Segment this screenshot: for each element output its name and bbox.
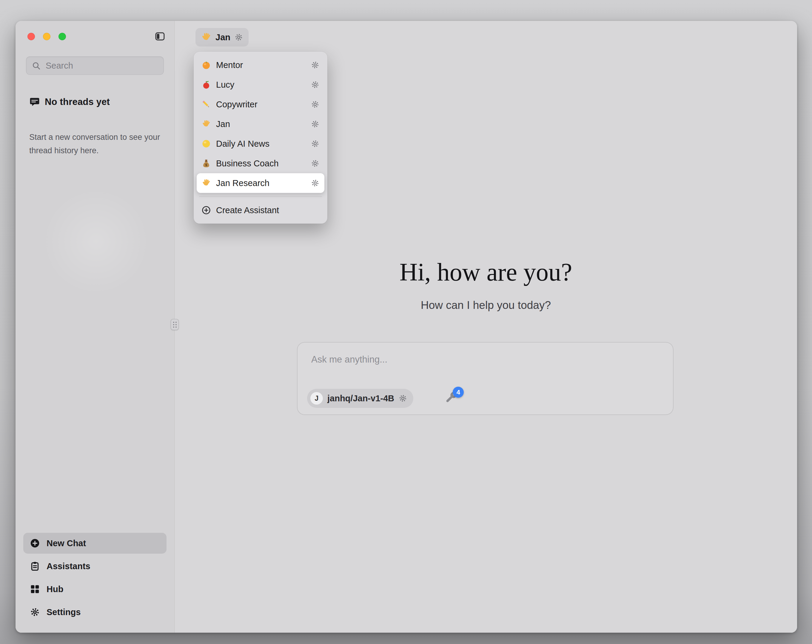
red-apple-icon [201, 80, 211, 90]
menu-item-jan[interactable]: Jan [197, 114, 324, 134]
plus-circle-outline-icon [201, 206, 211, 215]
wave-hand-icon [201, 178, 211, 188]
gear-icon[interactable] [311, 120, 320, 128]
search-icon [32, 61, 41, 70]
orange-circle-icon [201, 60, 211, 70]
menu-item-business-coach[interactable]: Business Coach [197, 154, 324, 173]
assistant-menu: Mentor Lucy Copywriter Jan Daily AI News [194, 52, 327, 224]
sidebar-item-settings[interactable]: Settings [23, 602, 166, 623]
sidebar-nav: New Chat Assistants Hub Settings [23, 531, 166, 623]
gear-icon[interactable] [311, 61, 320, 70]
menu-item-lucy[interactable]: Lucy [197, 75, 324, 94]
menu-item-daily-ai-news[interactable]: Daily AI News [197, 134, 324, 154]
search-box[interactable] [26, 56, 164, 75]
sidebar-toggle-icon [154, 31, 166, 41]
window-controls [27, 33, 66, 40]
assistant-selector-button[interactable]: Jan [195, 28, 249, 47]
search-input[interactable] [45, 61, 159, 71]
sidebar: No threads yet Start a new conversation … [15, 21, 175, 633]
chat-bubble-icon [29, 97, 40, 107]
menu-item-label: Jan [216, 119, 305, 129]
greeting: Hi, how are you? How can I help you toda… [175, 259, 797, 312]
create-assistant-label: Create Assistant [216, 206, 279, 215]
menu-item-label: Mentor [216, 60, 305, 70]
model-avatar: J [310, 392, 323, 405]
greeting-subtitle: How can I help you today? [175, 299, 797, 312]
sidebar-item-label: Assistants [47, 562, 90, 571]
menu-item-label: Lucy [216, 80, 305, 90]
sidebar-item-new-chat[interactable]: New Chat [23, 533, 166, 554]
empty-threads-title: No threads yet [45, 97, 110, 107]
empty-threads-header: No threads yet [29, 97, 110, 107]
grip-dots-icon [173, 322, 177, 328]
yellow-circle-icon [201, 139, 211, 148]
wave-hand-icon [201, 119, 211, 129]
plus-circle-icon [30, 538, 40, 548]
menu-item-jan-research[interactable]: Jan Research [197, 173, 324, 193]
gear-icon[interactable] [398, 394, 408, 403]
current-assistant-name: Jan [215, 32, 230, 42]
assistants-clipboard-icon [30, 561, 40, 571]
sidebar-item-label: Hub [47, 585, 63, 594]
model-name: janhq/Jan-v1-4B [327, 394, 394, 403]
gear-icon[interactable] [311, 80, 320, 89]
gear-icon [234, 33, 243, 42]
gear-icon[interactable] [311, 100, 320, 109]
money-bag-icon [201, 158, 211, 168]
wave-hand-icon [201, 32, 212, 43]
menu-divider [199, 196, 322, 197]
model-selector-button[interactable]: J janhq/Jan-v1-4B [307, 389, 413, 408]
menu-item-label: Daily AI News [216, 139, 305, 149]
sidebar-resize-handle[interactable] [171, 319, 179, 330]
tools-count-badge: 4 [453, 387, 464, 398]
gear-icon[interactable] [311, 139, 320, 148]
close-window-button[interactable] [27, 33, 35, 40]
gear-icon [30, 607, 40, 617]
gear-icon[interactable] [311, 178, 320, 187]
chat-input[interactable] [311, 353, 639, 366]
menu-item-copywriter[interactable]: Copywriter [197, 94, 324, 114]
sidebar-item-label: New Chat [47, 539, 86, 548]
sidebar-item-label: Settings [47, 607, 81, 617]
app-window: No threads yet Start a new conversation … [15, 21, 797, 633]
sidebar-toggle-button[interactable] [153, 31, 166, 42]
menu-item-mentor[interactable]: Mentor [197, 55, 324, 75]
minimize-window-button[interactable] [43, 33, 50, 40]
main-panel: Jan Mentor Lucy Copywriter Jan [175, 21, 797, 633]
hub-grid-icon [30, 584, 40, 594]
sidebar-item-assistants[interactable]: Assistants [23, 556, 166, 577]
menu-item-label: Business Coach [216, 158, 305, 169]
sidebar-item-hub[interactable]: Hub [23, 579, 166, 600]
create-assistant-button[interactable]: Create Assistant [197, 200, 324, 220]
menu-item-label: Copywriter [216, 100, 305, 110]
pencil-icon [201, 100, 211, 109]
chat-composer[interactable]: J janhq/Jan-v1-4B 4 [297, 342, 673, 415]
menu-item-label: Jan Research [216, 178, 305, 188]
greeting-title: Hi, how are you? [175, 259, 797, 286]
gear-icon[interactable] [311, 159, 320, 168]
zoom-window-button[interactable] [58, 33, 66, 40]
empty-threads-subtitle: Start a new conversation to see your thr… [29, 131, 160, 157]
